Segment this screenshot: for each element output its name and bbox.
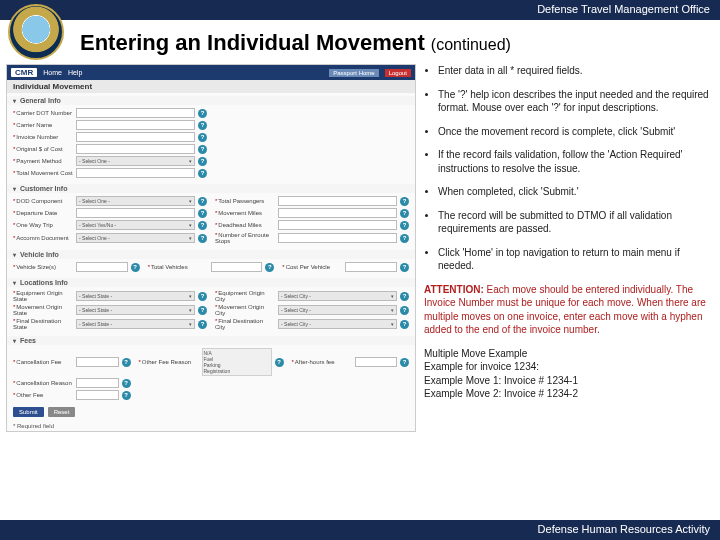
help-icon[interactable]: ? <box>122 379 131 388</box>
lbl-accom: Accomm Document <box>13 235 73 241</box>
bullet: Click 'Home' in top navigation to return… <box>438 246 714 273</box>
help-icon[interactable]: ? <box>122 391 131 400</box>
reset-button[interactable]: Reset <box>48 407 76 417</box>
lbl-dead: Deadhead Miles <box>215 222 275 228</box>
in-move-miles[interactable] <box>278 208 397 218</box>
help-icon[interactable]: ? <box>400 221 409 230</box>
help-icon[interactable]: ? <box>275 358 284 367</box>
in-afterh[interactable] <box>355 357 398 367</box>
sel-oneway[interactable]: - Select Yes/No - <box>76 220 195 230</box>
sel-dod[interactable]: - Select One - <box>76 196 195 206</box>
lbl-cfee: Cancellation Fee <box>13 359 73 365</box>
in-vsize[interactable] <box>76 262 128 272</box>
help-icon[interactable]: ? <box>198 109 207 118</box>
passport-home-button[interactable]: Passport Home <box>329 69 378 77</box>
help-icon[interactable]: ? <box>131 263 140 272</box>
in-ofee[interactable] <box>76 390 119 400</box>
in-dep[interactable] <box>76 208 195 218</box>
lbl-afterh: After-hours fee <box>292 359 352 365</box>
lbl-oneway: One Way Trip <box>13 222 73 228</box>
title-continued: (continued) <box>431 36 511 53</box>
help-icon[interactable]: ? <box>400 306 409 315</box>
bullet: The '?' help icon describes the input ne… <box>438 88 714 115</box>
bullet: Enter data in all * required fields. <box>438 64 714 78</box>
in-invoice[interactable] <box>76 132 195 142</box>
help-icon[interactable]: ? <box>198 157 207 166</box>
in-costperv[interactable] <box>345 262 397 272</box>
help-icon[interactable]: ? <box>400 320 409 329</box>
in-cfee[interactable] <box>76 357 119 367</box>
app-topnav: CMR Home Help Passport Home Logout <box>7 65 415 80</box>
help-icon[interactable]: ? <box>198 292 207 301</box>
in-creason[interactable] <box>76 378 119 388</box>
lbl-fdc: Final Destination City <box>215 318 275 330</box>
sel-accom[interactable]: - Select One - <box>76 233 195 243</box>
lbl-enroute: Number of Enroute Stops <box>215 232 275 244</box>
sel-moc[interactable]: - Select City - <box>278 305 397 315</box>
dod-seal-icon <box>8 4 64 60</box>
slide-footer: Defense Human Resources Activity <box>0 520 720 540</box>
help-icon[interactable]: ? <box>198 221 207 230</box>
in-total-cost[interactable] <box>76 168 195 178</box>
nav-help[interactable]: Help <box>68 69 82 76</box>
help-icon[interactable]: ? <box>400 263 409 272</box>
sel-fds[interactable]: - Select State - <box>76 319 195 329</box>
help-icon[interactable]: ? <box>400 209 409 218</box>
lbl-dep: Departure Date <box>13 210 73 216</box>
logout-button[interactable]: Logout <box>385 69 411 77</box>
example-block: Multiple Move Example Example for invoic… <box>424 347 714 401</box>
in-total-pass[interactable] <box>278 196 397 206</box>
attention-note: ATTENTION: Each move should be entered i… <box>424 283 714 337</box>
sel-payment[interactable]: - Select One - <box>76 156 195 166</box>
lbl-creason: Cancellation Reason <box>13 380 73 386</box>
help-icon[interactable]: ? <box>198 133 207 142</box>
in-enroute[interactable] <box>278 233 397 243</box>
ex-line: Example for invoice 1234: <box>424 360 714 374</box>
bullet: The record will be submitted to DTMO if … <box>438 209 714 236</box>
page-title: Entering an Individual Movement (continu… <box>0 20 720 64</box>
help-icon[interactable]: ? <box>122 358 131 367</box>
in-dead[interactable] <box>278 220 397 230</box>
ex-line: Example Move 1: Invoice # 1234-1 <box>424 374 714 388</box>
help-icon[interactable]: ? <box>400 292 409 301</box>
lbl-vsize: Vehicle Size(s) <box>13 264 73 270</box>
help-icon[interactable]: ? <box>400 234 409 243</box>
help-icon[interactable]: ? <box>265 263 274 272</box>
ex-line: Example Move 2: Invoice # 1234-2 <box>424 387 714 401</box>
section-general: General Info <box>7 96 415 105</box>
lbl-total-pass: Total Passengers <box>215 198 275 204</box>
in-totalv[interactable] <box>211 262 263 272</box>
in-carrier-dot[interactable] <box>76 108 195 118</box>
org-name: Defense Travel Management Office <box>537 3 710 15</box>
submit-button[interactable]: Submit <box>13 407 44 417</box>
help-icon[interactable]: ? <box>400 358 409 367</box>
bullet: Once the movement record is complete, cl… <box>438 125 714 139</box>
lbl-total-cost: Total Movement Cost <box>13 170 73 176</box>
lbl-mos: Movement Origin State <box>13 304 73 316</box>
help-icon[interactable]: ? <box>198 306 207 315</box>
sel-fdc[interactable]: - Select City - <box>278 319 397 329</box>
sel-eqos[interactable]: - Select State - <box>76 291 195 301</box>
help-icon[interactable]: ? <box>198 209 207 218</box>
help-icon[interactable]: ? <box>198 234 207 243</box>
help-icon[interactable]: ? <box>400 197 409 206</box>
fee-reason-list[interactable]: N/AFuelParkingRegistrationOther <box>202 348 272 376</box>
cmr-logo: CMR <box>11 68 37 77</box>
sel-eqoc[interactable]: - Select City - <box>278 291 397 301</box>
attention-lead: ATTENTION: <box>424 284 484 295</box>
section-vehicle: Vehicle Info <box>7 250 415 259</box>
lbl-fds: Final Destination State <box>13 318 73 330</box>
help-icon[interactable]: ? <box>198 145 207 154</box>
help-icon[interactable]: ? <box>198 169 207 178</box>
nav-home[interactable]: Home <box>43 69 62 76</box>
in-orig-cost[interactable] <box>76 144 195 154</box>
screenshot-panel: CMR Home Help Passport Home Logout Indiv… <box>6 64 416 432</box>
help-icon[interactable]: ? <box>198 121 207 130</box>
help-icon[interactable]: ? <box>198 320 207 329</box>
in-carrier-name[interactable] <box>76 120 195 130</box>
lbl-move-miles: Movement Miles <box>215 210 275 216</box>
section-fees: Fees <box>7 336 415 345</box>
sel-mos[interactable]: - Select State - <box>76 305 195 315</box>
help-icon[interactable]: ? <box>198 197 207 206</box>
lbl-eqoc: Equipment Origin City <box>215 290 275 302</box>
